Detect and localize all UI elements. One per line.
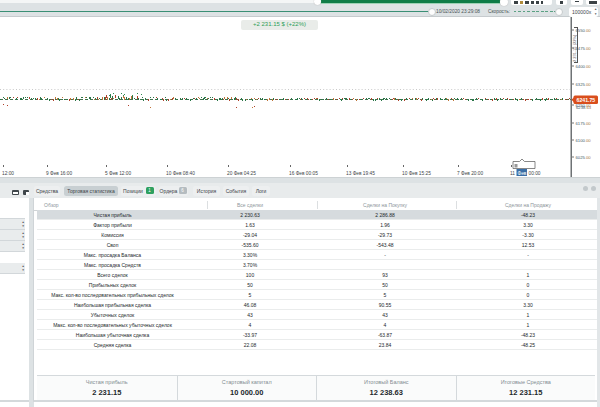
svg-text:6400.00: 6400.00 xyxy=(576,64,592,69)
svg-text:6175.00: 6175.00 xyxy=(576,121,592,126)
svg-text:2 231.15 (22%): 2 231.15 (22%) xyxy=(572,34,577,62)
svg-text:10 Фев 08:40: 10 Фев 08:40 xyxy=(166,171,195,176)
svg-text:6100.00: 6100.00 xyxy=(576,138,592,143)
svg-text:6238.63: 6238.63 xyxy=(576,105,592,110)
svg-text:10 Фев 15:25: 10 Фев 15:25 xyxy=(402,171,431,176)
svg-text:6325.00: 6325.00 xyxy=(576,82,592,87)
svg-text:20 Фев 04:25: 20 Фев 04:25 xyxy=(227,171,256,176)
svg-text:16 Фев 00:05: 16 Фев 00:05 xyxy=(289,171,318,176)
svg-text:00:00: 00:00 xyxy=(529,171,541,176)
svg-text:11: 11 xyxy=(510,171,515,176)
svg-text:Фев: Фев xyxy=(518,171,527,176)
svg-text:12:00: 12:00 xyxy=(2,171,14,176)
svg-text:6241.75: 6241.75 xyxy=(577,97,596,103)
svg-text:9 Фев 16:00: 9 Фев 16:00 xyxy=(46,171,73,176)
svg-text:5 Фев 12:00: 5 Фев 12:00 xyxy=(105,171,132,176)
svg-text:6025.00: 6025.00 xyxy=(576,155,592,160)
svg-text:13 Фев 19:45: 13 Фев 19:45 xyxy=(346,171,375,176)
svg-text:7 Фев 20:00: 7 Фев 20:00 xyxy=(457,171,484,176)
